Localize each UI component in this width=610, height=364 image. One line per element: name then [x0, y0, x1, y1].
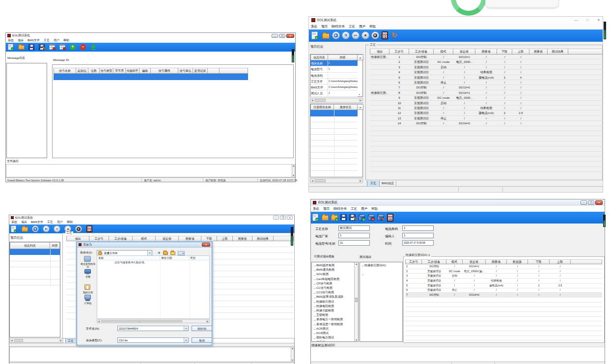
w4-step-row[interactable]: 1DO控制/DO14=1////	[405, 264, 602, 269]
w4-process-name-input[interactable]: 耐压测试	[338, 225, 370, 231]
filename-dropdown-arrow[interactable]: ▼	[184, 326, 188, 331]
dialog-close-button[interactable]: ✕	[202, 243, 210, 247]
w2-step-row[interactable]: 绝缘耐压测...1DO控制/DO13=1///	[370, 55, 603, 59]
w2-steps-column[interactable]: 项目	[370, 49, 389, 55]
w2-step-row[interactable]: 3安规测试仪启动////	[370, 65, 603, 70]
w2-step-row[interactable]: 5安规测试仪//漏电流(mA)24	[370, 75, 603, 80]
w3-menu-item[interactable]: 项目	[19, 220, 29, 224]
w4-template-item[interactable]: BMS通讯检测	[312, 268, 358, 272]
w4-step-row[interactable]: 7DO控制/DO14=0////	[405, 293, 602, 298]
w4-template-item[interactable]: Can终端电阻检测	[312, 277, 358, 281]
w1-signal-column[interactable]: 信号单位	[178, 68, 193, 74]
filename-combo[interactable]: 20210738449504 ▼	[117, 326, 189, 331]
w4-menu-item[interactable]: 用户	[359, 207, 369, 211]
w1-titlebar[interactable]: EOL测试系统 ─ ❐ ✕	[6, 33, 295, 38]
up-folder-icon[interactable]	[163, 252, 168, 255]
w2-refresh-icon[interactable]: ↻	[391, 31, 397, 39]
w1-maximize-button[interactable]: ❐	[279, 34, 285, 38]
w1-saveas-icon[interactable]	[39, 44, 45, 50]
w2-step-row[interactable]: 13安规测试仪停止////	[370, 116, 603, 121]
w2-pause-icon[interactable]	[342, 31, 350, 39]
file-list-hscrollbar[interactable]: ◄► ‖	[97, 319, 210, 323]
w2-edge-scrollbar[interactable]	[604, 22, 606, 39]
w3-step-icon[interactable]	[54, 225, 60, 232]
new-folder-icon[interactable]	[170, 252, 175, 255]
w1-menu-item[interactable]: BMS文件	[26, 38, 42, 43]
w3-menu-item[interactable]: BMS文件	[29, 220, 45, 224]
w2-module-scroll-up[interactable]: ▲	[358, 104, 363, 110]
w2-info-scroll-down[interactable]: ▼	[357, 93, 362, 96]
w4-steps-column[interactable]: 工步号	[405, 259, 422, 264]
w3-log-scrollbar[interactable]: ▲▼	[291, 347, 294, 362]
w2-step-row[interactable]: 11安规测试仪//结果检测//	[370, 106, 603, 111]
w2-step-row[interactable]: 10安规测试仪启动////	[370, 101, 603, 106]
w4-step-row[interactable]: 6安规测试仪停止/////	[405, 288, 602, 293]
w3-steps-column[interactable]: 测试结果	[252, 236, 274, 241]
w1-vertical-scrollbar[interactable]	[292, 49, 294, 62]
w4-step-row[interactable]: 2安规测试仪DC mode电压_1500V;漏...////	[405, 269, 602, 274]
w1-menu-item[interactable]: 帮助	[61, 38, 71, 43]
w2-steps-column[interactable]: 设定值	[453, 49, 475, 55]
w2-step-icon[interactable]	[352, 31, 360, 39]
w4-test-item[interactable]: 绝缘耐压测试DC	[360, 272, 388, 276]
w2-module-hscrollbar[interactable]: ◄►	[310, 178, 363, 183]
w3-steps-column[interactable]: 测量值	[233, 236, 252, 241]
w3-new-icon[interactable]: +	[11, 225, 16, 232]
w4-template-item[interactable]: BMS故障读取及清除	[312, 295, 358, 299]
w3-minimize-button[interactable]: ─	[273, 216, 279, 220]
w2-steps-column[interactable]: 测量项	[475, 49, 497, 55]
w2-module-col-status[interactable]: 连接状态	[334, 104, 358, 110]
w4-time-input[interactable]: 2020-07-17 8:35:08	[402, 240, 434, 246]
w2-steps-column[interactable]: 工步号	[389, 49, 409, 55]
file-list[interactable]: 名称 修改日期 类型 没有与搜索条件匹配的项。	[97, 255, 210, 319]
w3-info-col-val[interactable]: 内容	[50, 242, 60, 249]
w2-info-row[interactable]: 工艺文件 C:\Users\4changjiang\Desktop\	[310, 79, 358, 84]
w2-minimize-button[interactable]: —	[574, 18, 578, 22]
w1-close-button[interactable]: ✕	[286, 34, 294, 38]
w2-menu-item[interactable]: 项目	[319, 25, 330, 29]
w3-open-icon[interactable]	[22, 227, 28, 232]
w2-module-col-name[interactable]: 仪器模块名称	[310, 104, 334, 110]
w1-signal-column[interactable]	[208, 68, 220, 74]
w2-menu-item[interactable]: 系统	[309, 25, 319, 29]
w2-maximize-button[interactable]: □	[586, 18, 588, 22]
w2-menu-item[interactable]: 帮助	[367, 25, 378, 29]
w4-template-item[interactable]: CC2信号检测	[312, 290, 358, 295]
w2-record-icon[interactable]	[371, 31, 379, 39]
w4-db-edit-icon[interactable]	[377, 214, 384, 221]
desktop-icon[interactable]	[84, 269, 91, 274]
w1-menu-item[interactable]: 系统	[6, 38, 16, 43]
w2-titlebar[interactable]: EOL测试系统 — □ ✕	[309, 17, 603, 24]
w2-info-row[interactable]: 电池条码	[310, 73, 358, 79]
w3-info-col-key[interactable]: 信息列表	[10, 242, 50, 249]
w2-close-button[interactable]: ✕	[597, 18, 600, 22]
w2-info-col-key[interactable]: 信息列表	[310, 55, 328, 60]
w4-battery-barcode-input[interactable]: 1	[402, 225, 434, 231]
w4-steps-column[interactable]: 上限	[550, 259, 571, 264]
w2-step-row[interactable]: 6安规测试仪停止////	[370, 80, 603, 85]
w3-titlebar[interactable]: EOL测试系统 ─ ❐ ✕	[9, 215, 294, 220]
save-button[interactable]: 保存(S)	[192, 326, 212, 331]
w4-step-row[interactable]: 5安规测试仪//漏电流(mA)/22.5	[405, 283, 602, 288]
w1-selected-row[interactable]	[54, 74, 248, 80]
w2-menu-item[interactable]: BMS文件	[330, 25, 347, 29]
w4-calculator-icon[interactable]	[387, 214, 393, 222]
w2-steps-column[interactable]: 下限	[497, 49, 512, 55]
w2-info-scroll-up[interactable]: ▲	[358, 55, 363, 60]
w1-save-icon[interactable]	[28, 44, 34, 50]
w3-steps-column[interactable]: 测量项	[179, 236, 201, 241]
w2-new-icon[interactable]: +	[311, 31, 318, 39]
w2-step-row[interactable]: 4安规测试仪//结果检测//	[370, 70, 603, 75]
w3-pause-icon[interactable]	[43, 225, 50, 232]
w1-signal-column[interactable]: 偏移	[139, 68, 151, 74]
w4-vertical-scrollbar[interactable]	[603, 215, 606, 227]
w4-steps-column[interactable]: 下限	[528, 259, 550, 264]
w1-signal-column[interactable]: 信号属性	[151, 68, 178, 74]
w3-steps-column[interactable]: 工步/设备	[109, 236, 133, 241]
w4-maximize-button[interactable]: ❐	[588, 200, 594, 205]
w4-template-item[interactable]: 绝缘电阻检测	[312, 304, 358, 308]
w4-steps-column[interactable]: 测量项	[486, 259, 507, 264]
w2-run-icon[interactable]	[332, 31, 340, 39]
w3-steps-column[interactable]: 上限	[217, 236, 233, 241]
w2-step-row[interactable]: 7DO控制/DO13=0///	[370, 85, 603, 90]
